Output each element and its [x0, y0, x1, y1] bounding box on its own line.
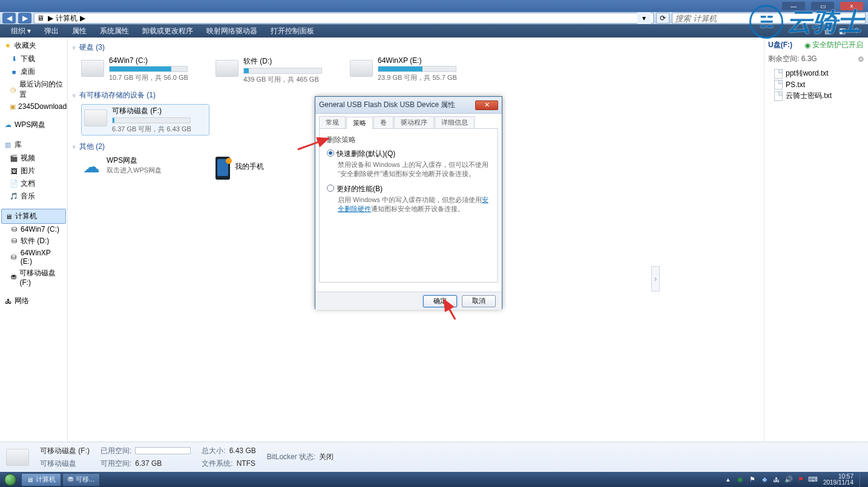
scroll-right-button[interactable]: ›: [651, 266, 660, 292]
nav-computer-header[interactable]: 🖥计算机: [1, 209, 66, 224]
help-icon[interactable]: ?: [850, 25, 863, 36]
file-item[interactable]: ppt转word.txt: [768, 68, 864, 79]
tray-flag-icon[interactable]: ⚑: [797, 476, 805, 484]
address-box[interactable]: 🖥 ▶ 计算机 ▶ ▾: [34, 13, 654, 24]
tray-expand-icon[interactable]: ▴: [724, 476, 732, 484]
file-item[interactable]: PS.txt: [768, 79, 864, 90]
nav-network-header[interactable]: 🖧网络: [0, 294, 67, 308]
shield-icon: ◉: [804, 41, 810, 50]
nav-item-downloads[interactable]: ⬇下载: [0, 53, 67, 65]
window-minimize-button[interactable]: —: [782, 2, 805, 10]
drive-usage-text: 10.7 GB 可用，共 56.0 GB: [109, 73, 202, 82]
music-icon: 🎵: [10, 192, 18, 201]
nav-item-drive-c[interactable]: ⛁64Win7 (C:): [0, 224, 67, 235]
cancel-button[interactable]: 取消: [462, 295, 496, 307]
file-item[interactable]: 云骑士密码.txt: [768, 90, 864, 102]
tab-volumes[interactable]: 卷: [373, 116, 393, 128]
taskbar-app-removable[interactable]: ⛃可移...: [62, 473, 100, 486]
toolbar-eject[interactable]: 弹出: [38, 25, 65, 38]
show-desktop-button[interactable]: [860, 472, 864, 487]
folder-icon: ▣: [10, 102, 16, 111]
drive-e[interactable]: 64WinXP (E:) 23.9 GB 可用，共 55.7 GB: [350, 56, 471, 84]
breadcrumb-computer[interactable]: 计算机: [56, 13, 77, 24]
usb-drive-icon: [84, 109, 107, 126]
radio-quick-remove-desc: 禁用设备和 Windows 上的写入缓存，但可以不使用“安全删除硬件”通知图标安…: [338, 160, 490, 179]
preview-pane-icon[interactable]: ◧: [835, 25, 849, 36]
nav-item-pictures[interactable]: 🖼图片: [0, 165, 67, 177]
tray-app-icon[interactable]: ◆: [760, 476, 769, 484]
tab-driver[interactable]: 驱动程序: [394, 116, 434, 128]
computer-icon-nav: 🖥: [4, 212, 13, 221]
collapse-icon: ▿: [73, 93, 76, 99]
toolbar-system-properties[interactable]: 系统属性: [94, 25, 135, 38]
toolbar-control-panel[interactable]: 打开控制面板: [265, 25, 320, 38]
ok-button[interactable]: 确定: [423, 295, 457, 307]
start-button[interactable]: [0, 472, 21, 487]
nav-wps[interactable]: ☁WPS网盘: [0, 118, 67, 132]
details-drive-icon: [6, 449, 29, 466]
details-title: 可移动磁盘 (F:): [40, 446, 90, 456]
free-space-label: 剩余空间:: [768, 54, 799, 63]
nav-libraries-header[interactable]: ▥库: [0, 138, 67, 152]
breadcrumb-arrow: ▶: [48, 14, 53, 22]
details-free-value: 6.37 GB: [135, 459, 162, 468]
window-maximize-button[interactable]: ▭: [811, 2, 834, 10]
group-header-hdd[interactable]: ▿硬盘 (3): [73, 42, 759, 53]
drive-c[interactable]: 64Win7 (C:) 10.7 GB 可用，共 56.0 GB: [81, 56, 202, 84]
cloud-icon: ☁: [4, 121, 12, 129]
nav-item-music[interactable]: 🎵音乐: [0, 190, 67, 203]
system-clock[interactable]: 10:57 2019/11/14: [821, 474, 856, 486]
nav-item-desktop[interactable]: ■桌面: [0, 65, 67, 78]
free-space-value: 6.3G: [801, 54, 817, 63]
nav-item-recent[interactable]: ◷最近访问的位置: [0, 78, 67, 101]
nav-item-drive-e[interactable]: ⛁64WinXP (E:): [0, 247, 67, 267]
dialog-title: General USB Flash Disk USB Device 属性: [319, 100, 455, 110]
tray-volume-icon[interactable]: 🔊: [784, 476, 793, 484]
nav-item-2345downloads[interactable]: ▣2345Downloads: [0, 101, 67, 112]
toolbar-properties[interactable]: 属性: [66, 25, 93, 38]
tray-action-icon[interactable]: ⚑: [748, 476, 757, 484]
tab-details[interactable]: 详细信息: [435, 116, 475, 128]
radio-quick-remove[interactable]: [327, 149, 334, 157]
download-icon: ⬇: [10, 55, 18, 64]
cloud-icon: ☁: [81, 158, 102, 175]
search-input[interactable]: [672, 13, 866, 24]
nav-item-videos[interactable]: 🎬视频: [0, 152, 67, 165]
item-sub: 双击进入WPS网盘: [107, 166, 202, 175]
file-icon: [774, 91, 783, 101]
toolbar-uninstall[interactable]: 卸载或更改程序: [136, 25, 199, 38]
window-close-button[interactable]: ×: [840, 2, 863, 10]
drive-usage-text: 6.37 GB 可用，共 6.43 GB: [112, 125, 206, 134]
tray-shield-icon[interactable]: ◉: [736, 476, 745, 484]
toolbar-organize[interactable]: 组织 ▾: [5, 25, 37, 38]
nav-item-drive-f[interactable]: ⛃可移动磁盘 (F:): [0, 267, 67, 288]
item-wps-cloud[interactable]: ☁ WPS网盘 双击进入WPS网盘: [81, 155, 202, 180]
nav-forward-button[interactable]: ▶: [18, 13, 31, 24]
nav-favorites-header[interactable]: ★收藏夹: [0, 39, 67, 53]
radio-better-perf[interactable]: [327, 185, 334, 192]
tab-general[interactable]: 常规: [319, 116, 346, 128]
toolbar-map-drive[interactable]: 映射网络驱动器: [200, 25, 263, 38]
tray-network-icon[interactable]: 🖧: [772, 476, 781, 484]
nav-back-button[interactable]: ◀: [2, 13, 16, 24]
nav-item-documents[interactable]: 📄文档: [0, 177, 67, 190]
dialog-titlebar[interactable]: General USB Flash Disk USB Device 属性 ✕: [315, 97, 502, 114]
details-free-label: 可用空间:: [100, 459, 131, 469]
details-bitlocker-value: 关闭: [319, 452, 334, 462]
tab-policies[interactable]: 策略: [346, 117, 373, 129]
view-mode-icon[interactable]: ▤: [821, 25, 834, 36]
gear-icon[interactable]: ⚙: [858, 55, 864, 64]
tray-lang-icon[interactable]: ⌨: [809, 476, 817, 484]
details-used-label: 已用空间:: [100, 446, 131, 456]
taskbar-app-explorer[interactable]: 🖥计算机: [21, 473, 61, 486]
fieldset-label: 删除策略: [327, 135, 490, 145]
dialog-close-button[interactable]: ✕: [475, 100, 498, 110]
drive-name: 64WinXP (E:): [378, 56, 471, 65]
nav-item-drive-d[interactable]: ⛁软件 (D:): [0, 235, 67, 247]
details-fs-value: NTFS: [237, 459, 255, 468]
drive-d[interactable]: 软件 (D:) 439 GB 可用，共 465 GB: [215, 56, 337, 84]
drive-f-removable[interactable]: 可移动磁盘 (F:) 6.37 GB 可用，共 6.43 GB: [81, 104, 209, 136]
refresh-button[interactable]: ⟳: [656, 13, 669, 24]
navigation-pane: ★收藏夹 ⬇下载 ■桌面 ◷最近访问的位置 ▣2345Downloads ☁WP…: [0, 38, 68, 442]
address-dropdown-icon[interactable]: ▾: [637, 13, 651, 24]
